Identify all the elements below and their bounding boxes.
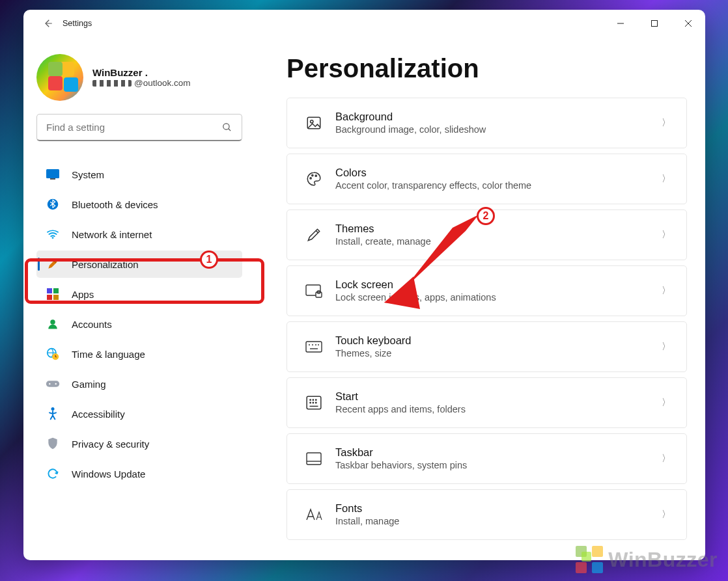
maximize-button[interactable] <box>637 10 671 37</box>
keyboard-icon <box>300 333 328 360</box>
chevron-right-icon: 〉 <box>662 453 671 465</box>
svg-point-24 <box>312 175 313 176</box>
accessibility-icon <box>46 407 60 421</box>
sidebar-item-label: Windows Update <box>72 468 145 480</box>
sync-icon <box>46 466 60 481</box>
taskbar-icon <box>300 445 328 472</box>
svg-line-5 <box>229 129 231 131</box>
sidebar-item-label: Bluetooth & devices <box>72 199 158 210</box>
sidebar-item-label: Accounts <box>72 319 112 330</box>
watermark: WinBuzzer <box>576 546 718 573</box>
start-icon <box>300 389 328 416</box>
sidebar-item-network[interactable]: Network & internet <box>36 221 242 248</box>
search-input[interactable] <box>46 122 221 133</box>
back-button[interactable] <box>36 12 59 34</box>
background-icon <box>300 109 328 137</box>
minimize-icon <box>617 20 624 27</box>
svg-point-41 <box>316 402 316 403</box>
card-start[interactable]: Start Recent apps and items, folders 〉 <box>287 377 687 428</box>
sidebar-item-label: Gaming <box>72 379 106 390</box>
brush-outline-icon <box>300 221 328 249</box>
main-pane: Personalization Background Background im… <box>255 37 705 560</box>
svg-point-22 <box>311 120 313 123</box>
sidebar-item-label: Network & internet <box>72 229 152 240</box>
card-desc: Accent color, transparency effects, colo… <box>335 180 662 193</box>
card-colors[interactable]: Colors Accent color, transparency effect… <box>287 154 687 204</box>
search-box[interactable] <box>36 114 242 141</box>
sidebar-item-update[interactable]: Windows Update <box>36 460 242 487</box>
profile-email-obscured <box>92 80 132 87</box>
window-controls <box>604 10 705 37</box>
sidebar-item-system[interactable]: System <box>36 161 242 188</box>
svg-point-36 <box>310 399 311 400</box>
person-icon <box>46 317 60 331</box>
card-background[interactable]: Background Background image, color, slid… <box>287 98 687 148</box>
content-area: WinBuzzer . @outlook.com System <box>23 37 705 560</box>
svg-rect-11 <box>53 288 59 293</box>
svg-point-14 <box>50 319 55 325</box>
sidebar-item-label: Accessibility <box>72 409 125 420</box>
sidebar-item-accounts[interactable]: Accounts <box>36 310 242 338</box>
profile-email-suffix: @outlook.com <box>134 78 191 88</box>
svg-point-4 <box>223 124 229 129</box>
sidebar-item-label: Privacy & security <box>72 439 149 450</box>
gamepad-icon <box>46 377 60 391</box>
svg-point-23 <box>310 178 311 179</box>
svg-rect-7 <box>50 178 55 180</box>
titlebar: Settings <box>23 10 705 37</box>
card-desc: Recent apps and items, folders <box>335 403 662 416</box>
minimize-button[interactable] <box>604 10 637 37</box>
svg-rect-17 <box>46 381 59 386</box>
svg-rect-27 <box>316 292 322 297</box>
chevron-right-icon: 〉 <box>662 397 671 409</box>
sidebar-item-apps[interactable]: Apps <box>36 280 242 308</box>
sidebar-item-accessibility[interactable]: Accessibility <box>36 400 242 427</box>
search-container <box>23 114 255 146</box>
maximize-icon <box>651 20 658 27</box>
watermark-text: WinBuzzer <box>608 548 718 572</box>
search-icon <box>221 122 232 133</box>
svg-point-38 <box>316 399 316 400</box>
sidebar-item-gaming[interactable]: Gaming <box>36 370 242 398</box>
brush-icon <box>46 257 60 271</box>
apps-icon <box>46 287 60 301</box>
svg-point-37 <box>313 399 313 400</box>
card-desc: Lock screen images, apps, animations <box>335 291 662 304</box>
page-title: Personalization <box>287 54 687 83</box>
card-title: Touch keyboard <box>335 333 662 347</box>
card-fonts[interactable]: Fonts Install, manage 〉 <box>287 489 687 540</box>
window-title: Settings <box>63 19 92 28</box>
svg-point-18 <box>49 383 50 385</box>
svg-point-19 <box>55 383 57 385</box>
sidebar-item-label: System <box>72 169 104 180</box>
bluetooth-icon <box>46 197 60 211</box>
globe-clock-icon <box>46 347 60 361</box>
card-taskbar[interactable]: Taskbar Taskbar behaviors, system pins 〉 <box>287 433 687 484</box>
card-desc: Background image, color, slideshow <box>335 124 662 137</box>
sidebar: WinBuzzer . @outlook.com System <box>23 37 255 560</box>
close-button[interactable] <box>671 10 705 37</box>
svg-rect-10 <box>47 288 52 293</box>
profile-email: @outlook.com <box>92 78 191 88</box>
chevron-right-icon: 〉 <box>662 117 671 129</box>
sidebar-item-bluetooth[interactable]: Bluetooth & devices <box>36 191 242 218</box>
card-desc: Install, create, manage <box>335 236 662 249</box>
profile-block[interactable]: WinBuzzer . @outlook.com <box>23 44 255 114</box>
card-title: Fonts <box>335 501 662 515</box>
avatar <box>36 54 83 101</box>
profile-name: WinBuzzer . <box>92 67 191 78</box>
sidebar-item-time[interactable]: Time & language <box>36 340 242 368</box>
annotation-badge-1: 1 <box>200 250 218 269</box>
svg-rect-6 <box>46 169 59 178</box>
fonts-icon <box>300 501 328 528</box>
svg-point-20 <box>51 407 55 411</box>
card-lockscreen[interactable]: Lock screen Lock screen images, apps, an… <box>287 265 687 316</box>
lockscreen-icon <box>300 277 328 304</box>
card-touchkeyboard[interactable]: Touch keyboard Themes, size 〉 <box>287 321 687 372</box>
card-title: Taskbar <box>335 445 662 459</box>
shield-icon <box>46 437 60 451</box>
card-title: Colors <box>335 165 662 180</box>
annotation-badge-2: 2 <box>477 207 495 225</box>
card-title: Background <box>335 109 662 124</box>
sidebar-item-privacy[interactable]: Privacy & security <box>36 430 242 457</box>
